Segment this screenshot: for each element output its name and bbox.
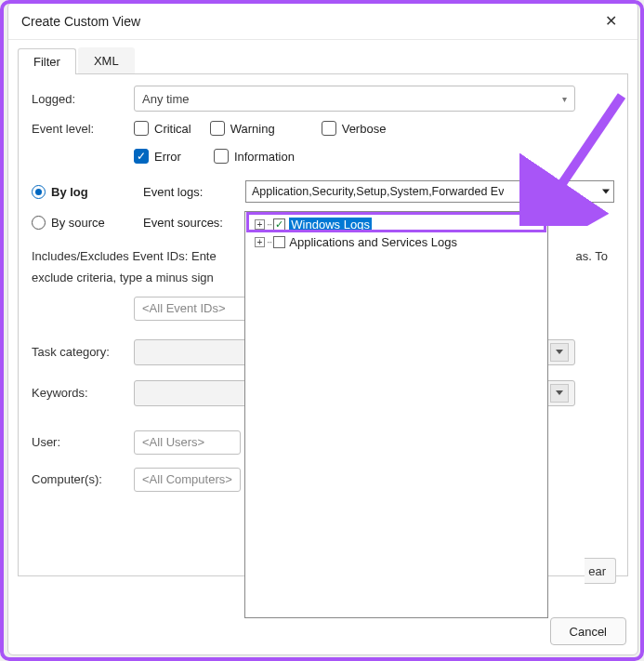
tree-checkbox-checked[interactable]: [273, 218, 285, 231]
cancel-button[interactable]: Cancel: [550, 617, 626, 645]
tree-dots: ···: [267, 237, 271, 247]
user-input[interactable]: <All Users>: [134, 430, 241, 455]
keywords-label: Keywords:: [32, 386, 134, 400]
event-logs-value: Application,Security,Setup,System,Forwar…: [252, 185, 504, 198]
checkbox-warning[interactable]: Warning: [210, 121, 275, 136]
logged-dropdown[interactable]: Any time ▾: [134, 86, 575, 112]
dialog-title: Create Custom View: [21, 14, 140, 29]
dialog-window: Create Custom View ✕ Filter XML Logged: …: [7, 2, 638, 655]
checkbox-box: [214, 149, 229, 164]
clear-button-fragment[interactable]: ear: [585, 558, 616, 584]
checkbox-box-checked: [134, 149, 149, 164]
tree-row-windows-logs[interactable]: + ··· Windows Logs: [245, 216, 547, 233]
tree-row-apps-services[interactable]: + ··· Applications and Services Logs: [245, 233, 547, 251]
caret-down-icon: [602, 190, 610, 194]
tree-label-apps-services: Applications and Services Logs: [289, 235, 457, 249]
tree-expander-icon[interactable]: +: [255, 219, 265, 230]
logged-value: Any time: [142, 92, 190, 106]
checkbox-box: [134, 121, 149, 136]
tab-filter[interactable]: Filter: [18, 48, 76, 74]
event-ids-input[interactable]: <All Event IDs>: [134, 297, 255, 321]
checkbox-box: [322, 121, 336, 136]
radio-dot: [32, 216, 46, 230]
row-event-level: Event level: Critical Warning Verbose: [32, 121, 614, 136]
tab-xml[interactable]: XML: [78, 47, 135, 73]
tree-dots: ···: [267, 219, 271, 230]
chevron-down-icon: ▾: [562, 94, 567, 104]
titlebar: Create Custom View ✕: [8, 3, 637, 40]
logged-label: Logged:: [32, 92, 134, 106]
checkbox-information[interactable]: Information: [214, 149, 295, 164]
dropdown-button-icon: [550, 384, 569, 403]
task-category-label: Task category:: [32, 345, 134, 359]
event-logs-label: Event logs:: [143, 185, 245, 199]
event-logs-combo[interactable]: Application,Security,Setup,System,Forwar…: [245, 180, 614, 203]
dialog-content: Filter XML Logged: Any time ▾ Event leve…: [8, 40, 637, 608]
close-button[interactable]: ✕: [597, 7, 624, 35]
event-sources-label: Event sources:: [143, 216, 245, 230]
tree-checkbox[interactable]: [273, 236, 285, 248]
event-logs-tree-dropdown[interactable]: + ··· Windows Logs + ··· Applications an…: [244, 211, 548, 618]
dropdown-button-icon: [550, 343, 569, 362]
radio-by-source[interactable]: By source: [32, 216, 143, 230]
row-logged: Logged: Any time ▾: [32, 86, 614, 112]
tree-label-windows-logs: Windows Logs: [289, 218, 372, 231]
checkbox-critical[interactable]: Critical: [134, 121, 191, 136]
row-event-level-2: Error Information: [32, 149, 614, 164]
checkbox-box: [210, 121, 225, 136]
close-icon: ✕: [605, 12, 617, 30]
radio-by-log[interactable]: By log: [32, 185, 143, 199]
user-label: User:: [32, 435, 134, 449]
tab-strip: Filter XML: [18, 47, 628, 74]
tree-expander-icon[interactable]: +: [255, 237, 265, 247]
computers-label: Computer(s):: [32, 472, 134, 486]
checkbox-verbose[interactable]: Verbose: [322, 121, 387, 136]
radio-dot-checked: [32, 185, 46, 199]
event-level-label: Event level:: [32, 122, 134, 136]
computers-input[interactable]: <All Computers>: [134, 468, 241, 492]
row-event-logs: By log Event logs: Application,Security,…: [32, 180, 614, 203]
checkbox-error[interactable]: Error: [134, 149, 181, 164]
